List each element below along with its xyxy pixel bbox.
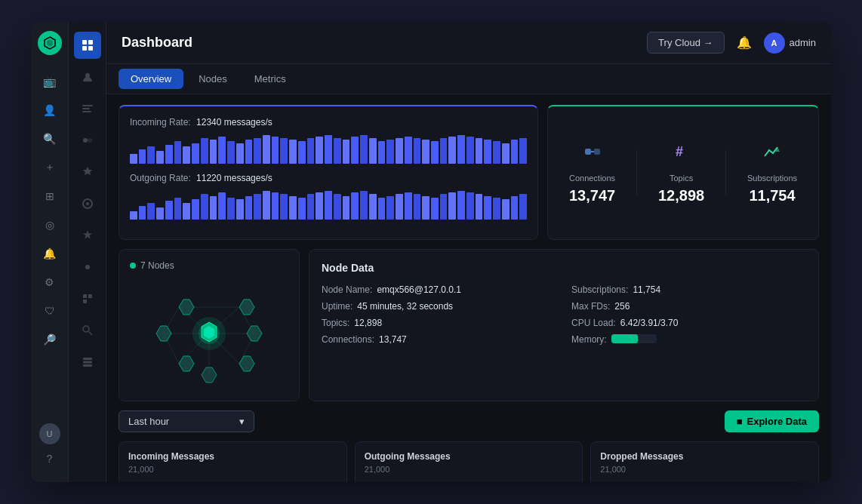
bar-item [236,143,244,164]
bar-item [457,135,465,164]
app-logo[interactable] [38,31,62,55]
node-connections-item: Connections: 13,747 [322,334,556,346]
bottom-card-incoming: Incoming Messages 21,000 [119,441,347,482]
admin-avatar: A [764,32,785,54]
nav-item-8[interactable] [74,254,101,281]
bottom-controls: Last hour ▾ ■ Explore Data [119,410,819,432]
bar-item [174,141,182,164]
notification-bell[interactable]: 🔔 [734,32,755,54]
svg-text:#: # [676,144,683,159]
topics-label: Topics [670,174,693,183]
memory-bar-fill [611,334,638,343]
bar-item [227,198,235,220]
bar-item [386,196,394,220]
tab-metrics[interactable]: Metrics [242,69,298,89]
stat-topics: # Topics 12,898 [658,141,704,204]
svg-marker-43 [202,367,217,383]
svg-line-16 [88,332,92,336]
connections-label: Connections [569,174,615,183]
svg-rect-4 [82,46,87,51]
sidebar-icon-grid[interactable]: ⊞ [38,184,62,208]
nav-item-dashboard[interactable] [74,32,101,59]
nav-item-4[interactable] [74,127,101,154]
bar-item [272,192,279,220]
nav-item-11[interactable] [74,349,101,376]
bar-item [272,137,279,164]
svg-point-15 [83,326,89,332]
bar-item [511,140,519,164]
nav-item-2[interactable] [74,63,101,91]
sidebar-icon-gear[interactable]: ⚙ [38,270,62,294]
bar-item [236,199,244,220]
sidebar-icon-tv[interactable]: 📺 [38,69,62,94]
bar-item [201,194,208,220]
nav-item-3[interactable] [74,95,101,122]
bar-item [289,140,297,164]
try-cloud-button[interactable]: Try Cloud → [647,32,724,54]
subscriptions-label: Subscriptions [747,174,797,183]
tab-overview[interactable]: Overview [119,69,183,89]
admin-menu[interactable]: A admin [764,32,816,54]
header-actions: Try Cloud → 🔔 A admin [647,32,816,54]
bar-item [254,194,261,220]
bar-item [448,137,456,164]
incoming-messages-sub: 21,000 [128,465,337,474]
bar-item [422,196,429,220]
bar-item [192,143,199,164]
outgoing-messages-title: Outgoing Messages [365,451,574,462]
bar-item [484,140,491,164]
svg-marker-1 [47,39,53,47]
bar-item [289,196,297,220]
stat-divider-1 [636,150,637,195]
svg-rect-8 [82,108,90,109]
bar-item [502,143,510,164]
bar-item [519,138,527,164]
bar-item [307,138,315,164]
nav-item-10[interactable] [74,317,101,344]
sidebar-icon-help[interactable]: ? [38,447,62,471]
explore-data-button[interactable]: ■ Explore Data [725,410,819,432]
sidebar-icon-shield[interactable]: 🛡 [38,299,62,323]
bar-item [466,192,474,220]
time-range-dropdown[interactable]: Last hour ▾ [119,410,254,432]
rate-charts-card: Incoming Rate: 12340 messages/s Outgoing… [119,105,538,240]
node-maxfds-item: Max FDs: 256 [571,301,806,312]
bottom-cards-row: Incoming Messages 21,000 Outgoing Messag… [119,441,819,482]
sidebar-icon-magnify[interactable]: 🔎 [38,327,62,352]
sidebar-icon-search[interactable]: 🔍 [38,127,62,151]
sidebar-icon-add[interactable]: ＋ [38,155,62,180]
bar-item [130,154,137,164]
user-avatar-small[interactable]: U [39,423,60,444]
svg-marker-40 [247,326,262,341]
svg-rect-7 [82,105,93,106]
nav-item-7[interactable] [74,222,101,249]
tab-nodes[interactable]: Nodes [186,69,239,89]
svg-rect-3 [88,40,93,45]
node-data-title: Node Data [322,262,806,274]
sidebar-icon-bell[interactable]: 🔔 [38,241,62,266]
bar-item [245,196,253,220]
explore-label: Explore Data [747,416,807,427]
bar-item [334,138,341,164]
bottom-card-dropped: Dropped Messages 21,000 [590,441,819,482]
node-data-grid: Node Name: emqx566@127.0.0.1 Subscriptio… [322,284,806,346]
nav-item-5[interactable] [74,158,101,186]
dropped-messages-sub: 21,000 [600,465,809,474]
node-count: 7 Nodes [130,260,174,271]
node-cpu-item: CPU Load: 6.42/3.91/3.70 [571,318,806,328]
sidebar-icon-circle[interactable]: ◎ [38,213,62,237]
node-visual-card: 7 Nodes [119,249,300,401]
node-name-item: Node Name: emqx566@127.0.0.1 [322,284,556,295]
sidebar-icon-user[interactable]: 👤 [38,98,62,122]
bar-item [343,140,350,164]
nav-item-9[interactable] [74,285,101,312]
stat-connections: Connections 13,747 [569,141,615,204]
bar-item [147,146,155,164]
bar-item [493,141,500,164]
header: Dashboard Try Cloud → 🔔 A admin [106,22,831,64]
bar-item [414,194,421,220]
bar-item [405,192,412,220]
nav-item-6[interactable] [74,190,101,217]
subscriptions-icon [762,141,783,166]
sidebar-bottom: U ? [38,423,62,473]
